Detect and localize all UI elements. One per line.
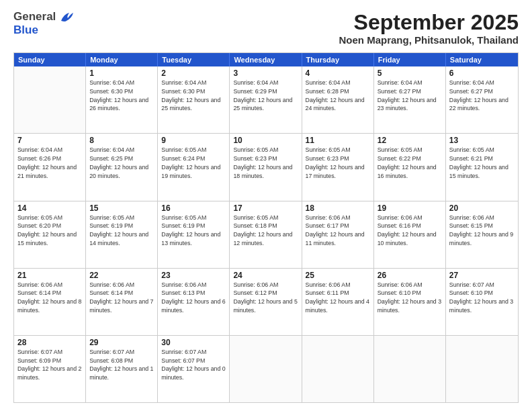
cell-day-number: 24 xyxy=(233,271,298,280)
cell-day-number: 1 xyxy=(89,68,154,78)
calendar-row-1: 7Sunrise: 6:04 AMSunset: 6:26 PMDaylight… xyxy=(14,134,518,201)
cal-cell-1-5: 12Sunrise: 6:05 AMSunset: 6:22 PMDayligh… xyxy=(374,134,446,200)
header-day-monday: Monday xyxy=(86,53,158,66)
cell-info: Sunrise: 6:04 AMSunset: 6:29 PMDaylight:… xyxy=(233,79,298,113)
calendar-row-2: 14Sunrise: 6:05 AMSunset: 6:20 PMDayligh… xyxy=(14,201,518,269)
cell-day-number: 23 xyxy=(161,271,226,280)
cell-info: Sunrise: 6:04 AMSunset: 6:27 PMDaylight:… xyxy=(449,79,515,113)
cell-day-number: 4 xyxy=(306,68,370,78)
cell-day-number: 29 xyxy=(89,338,154,347)
cell-day-number: 13 xyxy=(449,136,515,145)
cal-cell-4-2: 30Sunrise: 6:07 AMSunset: 6:07 PMDayligh… xyxy=(158,336,230,402)
cell-day-number: 12 xyxy=(378,136,442,145)
cell-info: Sunrise: 6:06 AMSunset: 6:13 PMDaylight:… xyxy=(161,281,226,315)
cal-cell-3-3: 24Sunrise: 6:06 AMSunset: 6:12 PMDayligh… xyxy=(230,269,302,335)
cell-day-number: 5 xyxy=(378,68,442,78)
logo: General Blue xyxy=(13,11,75,36)
cell-day-number: 6 xyxy=(449,68,515,78)
cal-cell-2-4: 18Sunrise: 6:06 AMSunset: 6:17 PMDayligh… xyxy=(302,201,374,268)
cal-cell-1-0: 7Sunrise: 6:04 AMSunset: 6:26 PMDaylight… xyxy=(14,134,86,200)
month-title: September 2025 xyxy=(339,11,519,34)
cal-cell-1-2: 9Sunrise: 6:05 AMSunset: 6:24 PMDaylight… xyxy=(158,134,230,200)
cal-cell-1-3: 10Sunrise: 6:05 AMSunset: 6:23 PMDayligh… xyxy=(230,134,302,200)
header-day-sunday: Sunday xyxy=(14,53,86,66)
cell-day-number: 26 xyxy=(378,271,442,280)
cell-info: Sunrise: 6:06 AMSunset: 6:17 PMDaylight:… xyxy=(306,214,370,248)
cell-day-number: 8 xyxy=(89,136,154,145)
cell-info: Sunrise: 6:06 AMSunset: 6:12 PMDaylight:… xyxy=(233,281,298,315)
cal-cell-0-1: 1Sunrise: 6:04 AMSunset: 6:30 PMDaylight… xyxy=(86,66,158,133)
cell-info: Sunrise: 6:07 AMSunset: 6:08 PMDaylight:… xyxy=(89,348,154,382)
cell-day-number: 20 xyxy=(449,203,515,213)
cal-cell-2-0: 14Sunrise: 6:05 AMSunset: 6:20 PMDayligh… xyxy=(14,201,86,268)
cal-cell-3-1: 22Sunrise: 6:06 AMSunset: 6:14 PMDayligh… xyxy=(86,269,158,335)
cell-info: Sunrise: 6:05 AMSunset: 6:22 PMDaylight:… xyxy=(378,146,442,180)
cal-cell-0-2: 2Sunrise: 6:04 AMSunset: 6:30 PMDaylight… xyxy=(158,66,230,133)
title-section: September 2025 Noen Maprang, Phitsanulok… xyxy=(339,11,519,46)
cell-info: Sunrise: 6:05 AMSunset: 6:19 PMDaylight:… xyxy=(161,214,226,248)
cal-cell-2-5: 19Sunrise: 6:06 AMSunset: 6:16 PMDayligh… xyxy=(374,201,446,268)
cal-cell-3-4: 25Sunrise: 6:06 AMSunset: 6:11 PMDayligh… xyxy=(302,269,374,335)
header-day-tuesday: Tuesday xyxy=(158,53,230,66)
cal-cell-1-1: 8Sunrise: 6:04 AMSunset: 6:25 PMDaylight… xyxy=(86,134,158,200)
logo-general: General xyxy=(13,10,56,23)
cell-day-number: 17 xyxy=(233,203,298,213)
cell-day-number: 14 xyxy=(17,203,82,213)
cell-day-number: 18 xyxy=(306,203,370,213)
calendar-row-0: 1Sunrise: 6:04 AMSunset: 6:30 PMDaylight… xyxy=(14,66,518,134)
cal-cell-1-4: 11Sunrise: 6:05 AMSunset: 6:23 PMDayligh… xyxy=(302,134,374,200)
cal-cell-0-4: 4Sunrise: 6:04 AMSunset: 6:28 PMDaylight… xyxy=(302,66,374,133)
calendar-header: SundayMondayTuesdayWednesdayThursdayFrid… xyxy=(14,53,518,66)
cell-info: Sunrise: 6:07 AMSunset: 6:09 PMDaylight:… xyxy=(17,348,82,382)
cell-info: Sunrise: 6:04 AMSunset: 6:26 PMDaylight:… xyxy=(17,146,82,180)
cal-cell-0-3: 3Sunrise: 6:04 AMSunset: 6:29 PMDaylight… xyxy=(230,66,302,133)
cell-info: Sunrise: 6:05 AMSunset: 6:20 PMDaylight:… xyxy=(17,214,82,248)
cal-cell-0-6: 6Sunrise: 6:04 AMSunset: 6:27 PMDaylight… xyxy=(446,66,518,133)
header-day-thursday: Thursday xyxy=(302,53,374,66)
cal-cell-2-1: 15Sunrise: 6:05 AMSunset: 6:19 PMDayligh… xyxy=(86,201,158,268)
cal-cell-4-6 xyxy=(446,336,518,402)
cell-info: Sunrise: 6:04 AMSunset: 6:30 PMDaylight:… xyxy=(89,79,154,113)
cal-cell-4-3 xyxy=(230,336,302,402)
cal-cell-2-2: 16Sunrise: 6:05 AMSunset: 6:19 PMDayligh… xyxy=(158,201,230,268)
logo-blue: Blue xyxy=(13,24,38,36)
cal-cell-4-1: 29Sunrise: 6:07 AMSunset: 6:08 PMDayligh… xyxy=(86,336,158,402)
cell-day-number: 3 xyxy=(233,68,298,78)
cal-cell-2-6: 20Sunrise: 6:06 AMSunset: 6:15 PMDayligh… xyxy=(446,201,518,268)
cell-info: Sunrise: 6:05 AMSunset: 6:23 PMDaylight:… xyxy=(306,146,370,180)
cell-day-number: 28 xyxy=(17,338,82,347)
cell-day-number: 9 xyxy=(161,136,226,145)
logo-bird-icon xyxy=(60,11,75,24)
cell-info: Sunrise: 6:05 AMSunset: 6:18 PMDaylight:… xyxy=(233,214,298,248)
cal-cell-0-0 xyxy=(14,66,86,133)
cell-day-number: 16 xyxy=(161,203,226,213)
header-day-friday: Friday xyxy=(374,53,446,66)
cal-cell-3-5: 26Sunrise: 6:06 AMSunset: 6:10 PMDayligh… xyxy=(374,269,446,335)
page: General Blue September 2025 Noen Maprang… xyxy=(0,0,532,411)
cell-info: Sunrise: 6:05 AMSunset: 6:21 PMDaylight:… xyxy=(449,146,515,180)
cell-day-number: 30 xyxy=(161,338,226,347)
cell-info: Sunrise: 6:04 AMSunset: 6:25 PMDaylight:… xyxy=(89,146,154,180)
calendar-body: 1Sunrise: 6:04 AMSunset: 6:30 PMDaylight… xyxy=(14,66,518,402)
cell-info: Sunrise: 6:06 AMSunset: 6:14 PMDaylight:… xyxy=(89,281,154,315)
cal-cell-3-6: 27Sunrise: 6:07 AMSunset: 6:10 PMDayligh… xyxy=(446,269,518,335)
cell-info: Sunrise: 6:06 AMSunset: 6:10 PMDaylight:… xyxy=(378,281,442,315)
cell-info: Sunrise: 6:06 AMSunset: 6:16 PMDaylight:… xyxy=(378,214,442,248)
cell-day-number: 19 xyxy=(378,203,442,213)
cal-cell-3-2: 23Sunrise: 6:06 AMSunset: 6:13 PMDayligh… xyxy=(158,269,230,335)
cal-cell-3-0: 21Sunrise: 6:06 AMSunset: 6:14 PMDayligh… xyxy=(14,269,86,335)
calendar-row-3: 21Sunrise: 6:06 AMSunset: 6:14 PMDayligh… xyxy=(14,269,518,336)
cell-day-number: 25 xyxy=(306,271,370,280)
cell-info: Sunrise: 6:04 AMSunset: 6:28 PMDaylight:… xyxy=(306,79,370,113)
cell-day-number: 22 xyxy=(89,271,154,280)
calendar-row-4: 28Sunrise: 6:07 AMSunset: 6:09 PMDayligh… xyxy=(14,336,518,402)
cal-cell-0-5: 5Sunrise: 6:04 AMSunset: 6:27 PMDaylight… xyxy=(374,66,446,133)
cell-info: Sunrise: 6:05 AMSunset: 6:23 PMDaylight:… xyxy=(233,146,298,180)
cell-day-number: 7 xyxy=(17,136,82,145)
cell-info: Sunrise: 6:06 AMSunset: 6:14 PMDaylight:… xyxy=(17,281,82,315)
cell-info: Sunrise: 6:06 AMSunset: 6:11 PMDaylight:… xyxy=(306,281,370,315)
cell-day-number: 15 xyxy=(89,203,154,213)
cell-day-number: 11 xyxy=(306,136,370,145)
calendar: SundayMondayTuesdayWednesdayThursdayFrid… xyxy=(13,52,519,403)
cell-day-number: 21 xyxy=(17,271,82,280)
